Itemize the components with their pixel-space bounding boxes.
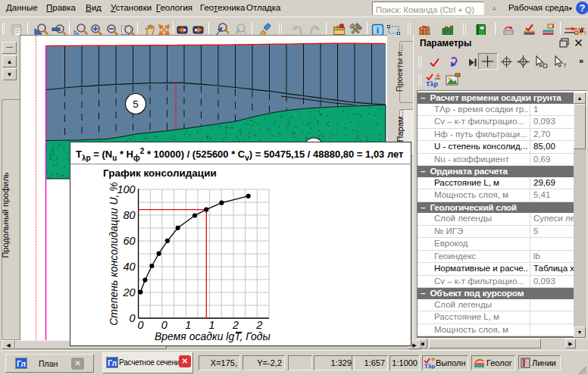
svg-text:0: 0 [130,312,136,324]
svg-text:1: 1 [185,319,191,331]
svg-text:80: 80 [123,209,135,221]
svg-text:Степень консолидации U, %: Степень консолидации U, % [108,182,120,326]
svg-text:Tλр: Tλр [426,80,439,88]
svg-text:i: i [377,26,379,35]
svg-text:1: 1 [209,319,215,331]
svg-text:T: T [563,62,567,69]
svg-text:Время осадки lgT, Годы: Время осадки lgT, Годы [155,330,271,342]
svg-text:Tλр: Tλр [424,363,435,369]
svg-text:60: 60 [123,235,135,247]
svg-text:20: 20 [122,286,135,298]
svg-text:40: 40 [123,261,135,273]
svg-text:2: 2 [232,319,239,331]
svg-text:5: 5 [133,98,139,110]
svg-text:0: 0 [138,319,144,331]
svg-text:100: 100 [117,183,135,195]
svg-text:0: 0 [161,319,167,331]
svg-text:2: 2 [255,319,262,331]
